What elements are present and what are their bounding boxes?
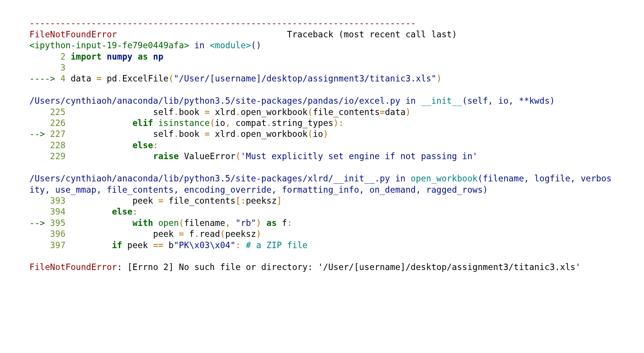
rest: xlrd <box>210 129 236 139</box>
kw-else: else <box>112 207 132 216</box>
sp <box>132 52 138 61</box>
lparen: ( <box>308 107 313 117</box>
rparen: ) <box>436 74 442 83</box>
dot: . <box>117 74 122 83</box>
indent <box>66 140 132 150</box>
line-no: 227 <box>50 129 66 139</box>
dot: . <box>174 129 179 139</box>
indent: self <box>66 129 174 139</box>
colon: : <box>241 196 246 206</box>
string-literal: 'Must explicitly set engine if not passi… <box>241 151 478 161</box>
kw-in: in <box>401 96 421 106</box>
line-no: 229 <box>50 151 66 161</box>
var-f: f <box>277 218 287 228</box>
line-no: 228 <box>50 140 66 150</box>
arg: filename <box>184 218 225 228</box>
op-eq: = <box>158 196 163 206</box>
attr: book <box>179 129 205 139</box>
frame2-sig: (self, io, **kwds) <box>462 96 555 106</box>
kw-if: if <box>112 240 122 250</box>
line-marker <box>29 107 50 117</box>
arg: data <box>385 107 406 117</box>
exc-name: ValueError <box>179 151 236 161</box>
header-spacer <box>117 29 287 39</box>
indent: peek <box>66 229 179 239</box>
kw-with: with <box>132 218 153 228</box>
sp <box>261 218 267 228</box>
final-error-name: FileNotFoundError <box>29 262 117 272</box>
rest: f <box>184 229 194 239</box>
frame2-func: __init__ <box>421 96 462 106</box>
lparen: ( <box>169 74 174 83</box>
attr: string_types <box>271 118 333 128</box>
rparen: ) <box>333 118 339 128</box>
kw-as: as <box>267 218 277 228</box>
traceback-header-right: Traceback (most recent call last) <box>287 29 457 39</box>
kw-import: import <box>71 52 102 61</box>
kw-in: in <box>390 173 411 183</box>
line-marker <box>29 207 50 216</box>
string-literal: "PK\x03\x04" <box>174 240 236 250</box>
arg: io <box>313 129 323 139</box>
error-name: FileNotFoundError <box>29 29 117 39</box>
colon: : <box>287 218 292 228</box>
dot: . <box>194 229 200 239</box>
comma: , <box>225 218 231 228</box>
line-no: 225 <box>50 107 66 117</box>
sp: b <box>163 240 174 250</box>
rparen: ) <box>405 107 411 117</box>
line-marker <box>29 196 50 206</box>
lparen: ( <box>220 229 225 239</box>
comment: # a ZIP file <box>246 240 308 250</box>
line-no: 395 <box>50 218 66 228</box>
rparen: ) <box>256 229 262 239</box>
line-marker <box>29 118 50 128</box>
kw-in: in <box>189 40 210 50</box>
lparen: ( <box>308 129 313 139</box>
line-marker-arrow: ----> <box>29 74 60 83</box>
colon: : <box>339 118 344 128</box>
sp <box>241 240 246 250</box>
alias-np: np <box>153 52 163 61</box>
blank-rest <box>66 63 71 72</box>
frame3-func: open_workbook <box>411 173 478 183</box>
fn-name: open_workbook <box>241 129 308 139</box>
final-error-msg: : [Errno 2] No such file or directory: '… <box>117 262 581 272</box>
fn-open: open <box>158 218 179 228</box>
fn-name: open_workbook <box>241 107 308 117</box>
kw-else: else <box>132 140 153 150</box>
line-no: 397 <box>50 240 66 250</box>
frame3-path: /Users/cynthiaoh/anaconda/lib/python3.5/… <box>29 173 390 183</box>
line-no: 4 <box>60 74 66 83</box>
code: pd <box>102 74 117 83</box>
idx: peeksz <box>246 196 277 206</box>
dot: . <box>267 118 272 128</box>
lparen: ( <box>210 118 215 128</box>
line-marker-arrow: --> <box>29 218 50 228</box>
indent <box>66 240 112 250</box>
line-marker <box>29 151 50 161</box>
lbracket: [ <box>236 196 241 206</box>
dot: . <box>236 107 241 117</box>
op-eq: = <box>205 107 210 117</box>
op-eq: = <box>179 229 184 239</box>
rest: file_contents <box>163 196 236 206</box>
attr: compat <box>230 118 267 128</box>
line-no: 226 <box>50 118 66 128</box>
colon: : <box>236 240 241 250</box>
arg: io <box>215 118 225 128</box>
rbracket: ] <box>277 196 282 206</box>
comma: , <box>225 118 231 128</box>
line-marker-arrow: --> <box>29 129 50 139</box>
string-literal: "rb" <box>236 218 256 228</box>
code-pre: data <box>66 74 97 83</box>
ipython-input-loc: <ipython-input-19-fe79e0449afa> <box>29 40 189 50</box>
line-no: 3 <box>60 63 66 72</box>
kwarg: file_contents <box>313 107 380 117</box>
line-marker <box>29 240 50 250</box>
kw-elif: elif <box>132 118 153 128</box>
frame2-path: /Users/cynthiaoh/anaconda/lib/python3.5/… <box>29 96 401 106</box>
arg: peeksz <box>225 229 256 239</box>
frame1-parens: () <box>251 40 261 50</box>
lparen: ( <box>236 151 241 161</box>
